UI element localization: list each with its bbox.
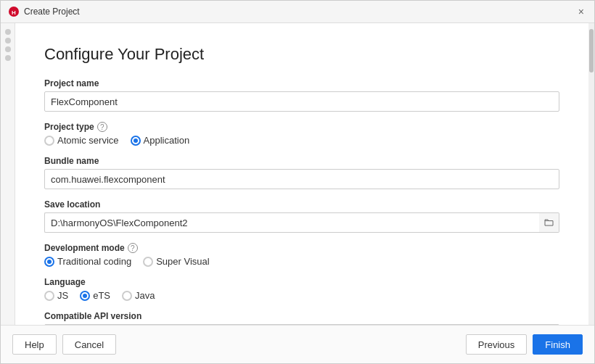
language-group: Language JS eTS Java bbox=[44, 277, 559, 301]
page-title: Configure Your Project bbox=[44, 45, 559, 64]
traditional-coding-radio[interactable] bbox=[44, 257, 54, 267]
project-type-radio-group: Atomic service Application bbox=[44, 135, 559, 146]
java-radio[interactable] bbox=[122, 291, 132, 301]
js-option[interactable]: JS bbox=[44, 290, 68, 301]
ets-radio[interactable] bbox=[80, 291, 90, 301]
development-mode-group: Development mode ? Traditional coding Su… bbox=[44, 243, 559, 267]
bundle-name-group: Bundle name bbox=[44, 156, 559, 189]
development-mode-radio-group: Traditional coding Super Visual bbox=[44, 256, 559, 267]
api-version-select-wrapper: SDK: API Version 7 SDK: API Version 6 SD… bbox=[44, 324, 559, 325]
cancel-button[interactable]: Cancel bbox=[62, 334, 116, 355]
bundle-name-input[interactable] bbox=[44, 169, 559, 189]
js-radio[interactable] bbox=[44, 291, 54, 301]
footer-right: Previous Finish bbox=[466, 334, 583, 355]
api-version-select[interactable]: SDK: API Version 7 SDK: API Version 6 SD… bbox=[44, 324, 559, 325]
save-location-input[interactable] bbox=[44, 212, 539, 233]
scrollbar-track[interactable] bbox=[588, 23, 594, 325]
save-location-label: Save location bbox=[44, 199, 559, 210]
traditional-coding-label: Traditional coding bbox=[57, 256, 131, 267]
sidebar-decoration bbox=[5, 46, 11, 52]
atomic-service-radio[interactable] bbox=[44, 136, 54, 146]
title-bar-left: H Create Project bbox=[8, 6, 80, 17]
folder-icon bbox=[544, 218, 554, 228]
super-visual-radio[interactable] bbox=[143, 257, 153, 267]
dialog-footer: Help Cancel Previous Finish bbox=[1, 325, 594, 363]
super-visual-option[interactable]: Super Visual bbox=[143, 256, 209, 267]
browse-folder-button[interactable] bbox=[539, 212, 559, 233]
project-type-label: Project type ? bbox=[44, 122, 559, 132]
development-mode-label: Development mode ? bbox=[44, 243, 559, 253]
api-version-group: Compatible API version SDK: API Version … bbox=[44, 311, 559, 325]
project-name-label: Project name bbox=[44, 78, 559, 88]
atomic-service-option[interactable]: Atomic service bbox=[44, 135, 119, 146]
create-project-dialog: H Create Project × Configure Your Projec… bbox=[0, 0, 595, 364]
footer-left: Help Cancel bbox=[12, 334, 116, 355]
svg-text:H: H bbox=[12, 9, 16, 16]
project-name-input[interactable] bbox=[44, 91, 559, 112]
scrollbar-thumb[interactable] bbox=[589, 29, 594, 73]
ets-label: eTS bbox=[93, 290, 110, 301]
project-name-group: Project name bbox=[44, 78, 559, 112]
title-bar: H Create Project × bbox=[1, 1, 594, 23]
project-type-group: Project type ? Atomic service Applicatio… bbox=[44, 122, 559, 146]
sidebar-decoration bbox=[5, 29, 11, 35]
bundle-name-label: Bundle name bbox=[44, 156, 559, 166]
java-option[interactable]: Java bbox=[122, 290, 155, 301]
js-label: JS bbox=[57, 290, 68, 301]
application-option[interactable]: Application bbox=[131, 135, 190, 146]
language-radio-group: JS eTS Java bbox=[44, 290, 559, 301]
save-location-group: Save location bbox=[44, 199, 559, 233]
super-visual-label: Super Visual bbox=[156, 256, 209, 267]
dialog-title: Create Project bbox=[24, 7, 80, 17]
save-location-row bbox=[44, 212, 559, 233]
previous-button[interactable]: Previous bbox=[466, 334, 528, 355]
development-mode-help-icon[interactable]: ? bbox=[128, 243, 138, 253]
help-button[interactable]: Help bbox=[12, 334, 57, 355]
sidebar-decoration bbox=[5, 55, 11, 61]
project-type-help-icon[interactable]: ? bbox=[97, 122, 107, 132]
form-area: Configure Your Project Project name Proj… bbox=[15, 23, 588, 325]
traditional-coding-option[interactable]: Traditional coding bbox=[44, 256, 131, 267]
java-label: Java bbox=[135, 290, 155, 301]
application-radio[interactable] bbox=[131, 136, 141, 146]
close-button[interactable]: × bbox=[575, 5, 587, 18]
left-sidebar bbox=[1, 23, 15, 325]
ets-option[interactable]: eTS bbox=[80, 290, 110, 301]
api-version-label: Compatible API version bbox=[44, 311, 559, 321]
app-icon: H bbox=[8, 6, 20, 17]
content-area: Configure Your Project Project name Proj… bbox=[1, 23, 594, 325]
finish-button[interactable]: Finish bbox=[533, 334, 583, 355]
sidebar-decoration bbox=[5, 38, 11, 44]
language-label: Language bbox=[44, 277, 559, 287]
atomic-service-label: Atomic service bbox=[57, 135, 119, 146]
application-label: Application bbox=[144, 135, 190, 146]
